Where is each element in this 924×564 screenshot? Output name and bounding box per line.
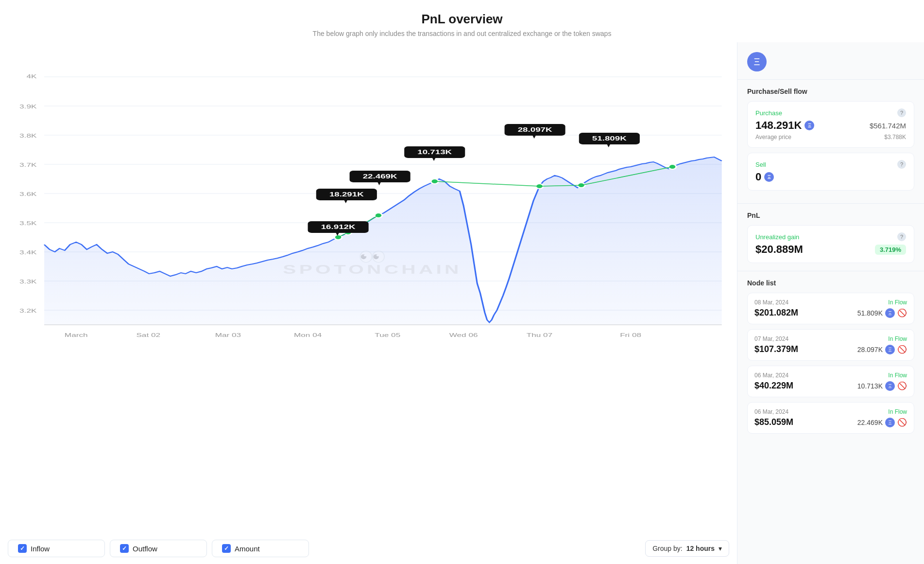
eth-icon-node-0: Ξ	[885, 308, 895, 318]
eth-icon-node-2: Ξ	[885, 381, 895, 391]
legend-outflow[interactable]: Outflow	[110, 540, 207, 557]
svg-text:3.7K: 3.7K	[19, 162, 37, 168]
node-eth-value-0: 51.809K	[857, 309, 883, 317]
avg-price-label: Average price	[755, 134, 791, 141]
sell-help-icon[interactable]: ?	[897, 160, 906, 169]
svg-text:Fri 08: Fri 08	[620, 332, 641, 338]
sidebar-top: Ξ	[737, 42, 924, 80]
node-eth-row-0: 51.809K Ξ 🚫	[857, 308, 907, 318]
svg-text:Mar 03: Mar 03	[215, 332, 241, 338]
unrealized-label: Unrealized gain	[755, 233, 799, 241]
sell-label-row: Sell ?	[755, 160, 906, 169]
svg-text:16.912K: 16.912K	[321, 224, 356, 230]
outflow-checkbox[interactable]	[120, 544, 129, 553]
node-flow-type-2: In Flow	[888, 372, 907, 379]
sidebar: Ξ Purchase/Sell flow Purchase ? 148.291K…	[737, 42, 924, 564]
legend-amount[interactable]: Amount	[212, 540, 309, 557]
node-date-0: 08 Mar, 2024	[754, 299, 788, 306]
legend-inflow-label: Inflow	[31, 545, 50, 553]
svg-text:51.809K: 51.809K	[592, 135, 627, 141]
node-eth-row-1: 28.097K Ξ 🚫	[857, 345, 907, 354]
amount-checkbox[interactable]	[222, 544, 231, 553]
svg-text:Thu 07: Thu 07	[527, 332, 553, 338]
unrealized-value: $20.889M	[755, 243, 803, 256]
svg-text:Mon 04: Mon 04	[294, 332, 322, 338]
svg-text:3.5K: 3.5K	[19, 220, 37, 226]
node-item-body-3: $85.059M 22.469K Ξ 🚫	[754, 417, 907, 427]
svg-text:3.6K: 3.6K	[19, 191, 37, 197]
svg-marker-55	[532, 136, 535, 139]
unrealized-block: Unrealized gain ? $20.889M 3.719%	[747, 225, 914, 263]
inflow-checkbox[interactable]	[18, 544, 27, 553]
group-by-value: 12 hours	[686, 545, 715, 552]
node-usd-3: $85.059M	[754, 417, 793, 427]
svg-text:10.713K: 10.713K	[417, 149, 452, 155]
svg-text:4K: 4K	[26, 73, 36, 79]
sell-eth-amount: 0	[755, 171, 761, 183]
purchase-value-row: 148.291K Ξ $561.742M	[755, 119, 906, 132]
svg-text:28.097K: 28.097K	[518, 126, 553, 133]
eth-icon-purchase: Ξ	[804, 121, 814, 130]
node-item-body-0: $201.082M 51.809K Ξ 🚫	[754, 308, 907, 318]
legend-inflow[interactable]: Inflow	[8, 540, 105, 557]
sell-block: Sell ? 0 Ξ	[747, 153, 914, 191]
node-item-3: 06 Mar, 2024 In Flow $85.059M 22.469K Ξ …	[747, 402, 914, 434]
purchase-usd-value: $561.742M	[870, 122, 906, 130]
svg-marker-49	[377, 182, 380, 185]
page-header: PnL overview The below graph only includ…	[0, 0, 924, 42]
purchase-eth-amount: 148.291K	[755, 119, 802, 132]
svg-text:Wed 06: Wed 06	[449, 332, 478, 338]
node-eth-value-1: 28.097K	[857, 346, 883, 353]
node-date-2: 06 Mar, 2024	[754, 372, 788, 379]
purchase-sell-section: Purchase/Sell flow Purchase ? 148.291K Ξ…	[737, 80, 924, 204]
purchase-avg-row: Average price $3.788K	[755, 134, 906, 141]
unrealized-pct-badge: 3.719%	[875, 245, 906, 255]
node-usd-1: $107.379M	[754, 344, 798, 354]
node-item-body-1: $107.379M 28.097K Ξ 🚫	[754, 344, 907, 354]
hide-icon-2[interactable]: 🚫	[897, 381, 907, 390]
node-flow-type-1: In Flow	[888, 335, 907, 342]
node-item-1: 07 Mar, 2024 In Flow $107.379M 28.097K Ξ…	[747, 329, 914, 361]
svg-line-36	[435, 181, 540, 186]
node-usd-2: $40.229M	[754, 381, 793, 391]
unrealized-help-icon[interactable]: ?	[897, 232, 906, 241]
node-eth-value-2: 10.713K	[857, 382, 883, 390]
chart-bottom-bar: Inflow Outflow Amount Group by: 12 hours…	[8, 533, 737, 564]
svg-marker-58	[607, 144, 610, 147]
purchase-block: Purchase ? 148.291K Ξ $561.742M Average …	[747, 101, 914, 148]
avg-price-value: $3.788K	[884, 134, 906, 141]
svg-text:3.2K: 3.2K	[19, 308, 37, 314]
hide-icon-1[interactable]: 🚫	[897, 345, 907, 354]
group-by-selector[interactable]: Group by: 12 hours ▾	[645, 540, 729, 557]
purchase-help-icon[interactable]: ?	[897, 108, 906, 117]
node-item-header-2: 06 Mar, 2024 In Flow	[754, 372, 907, 379]
hide-icon-3[interactable]: 🚫	[897, 418, 907, 427]
svg-text:3.9K: 3.9K	[19, 104, 37, 109]
node-date-1: 07 Mar, 2024	[754, 335, 788, 342]
node-eth-value-3: 22.469K	[857, 419, 883, 426]
purchase-label: Purchase	[755, 109, 782, 117]
hide-icon-0[interactable]: 🚫	[897, 308, 907, 317]
svg-marker-46	[344, 200, 347, 203]
node-eth-row-3: 22.469K Ξ 🚫	[857, 418, 907, 427]
chart-container: 4K 3.9K 3.8K 3.7K 3.6K 3.5K 3.4K 3.3K 3.…	[8, 50, 737, 533]
node-item-0: 08 Mar, 2024 In Flow $201.082M 51.809K Ξ…	[747, 293, 914, 324]
svg-text:3.4K: 3.4K	[19, 249, 37, 255]
svg-text:Sat 02: Sat 02	[136, 332, 160, 338]
eth-logo: Ξ	[747, 52, 767, 71]
node-usd-0: $201.082M	[754, 308, 798, 318]
node-item-header-3: 06 Mar, 2024 In Flow	[754, 408, 907, 415]
chart-svg: 4K 3.9K 3.8K 3.7K 3.6K 3.5K 3.4K 3.3K 3.…	[8, 50, 737, 381]
svg-text:March: March	[65, 332, 88, 338]
node-eth-row-2: 10.713K Ξ 🚫	[857, 381, 907, 391]
unrealized-value-row: $20.889M 3.719%	[755, 243, 906, 256]
node-item-2: 06 Mar, 2024 In Flow $40.229M 10.713K Ξ …	[747, 366, 914, 397]
node-flow-type-0: In Flow	[888, 299, 907, 306]
node-list-title: Node list	[747, 279, 914, 287]
purchase-label-row: Purchase ?	[755, 108, 906, 117]
sell-value-row: 0 Ξ	[755, 171, 906, 183]
node-flow-type-3: In Flow	[888, 408, 907, 415]
legend-outflow-label: Outflow	[133, 545, 157, 553]
svg-text:3.3K: 3.3K	[19, 279, 37, 284]
chart-area: 4K 3.9K 3.8K 3.7K 3.6K 3.5K 3.4K 3.3K 3.…	[0, 42, 737, 564]
